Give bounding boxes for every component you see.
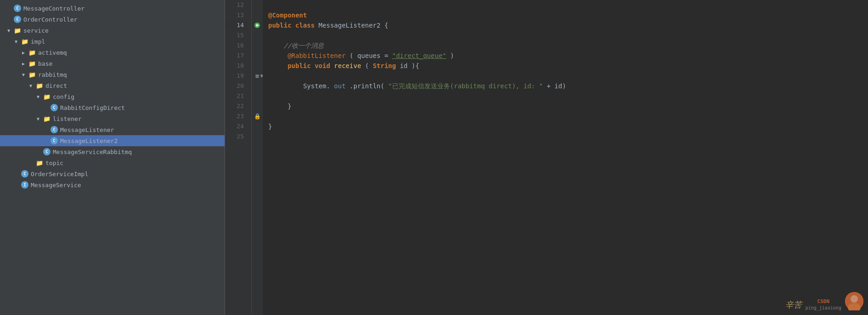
paren-close-18: ){ xyxy=(411,62,419,69)
line-numbers: 12 13 14 15 16 17 18 19 20 21 22 23 24 2… xyxy=(225,0,252,315)
chevron-spacer xyxy=(44,127,51,132)
item-label: MessageController xyxy=(23,5,85,12)
classname-messagelistener2: MessageListener2 xyxy=(319,22,381,29)
tree-item-message-listener[interactable]: C MessageListener xyxy=(0,124,225,135)
tree-item-base[interactable]: ▶ 📁 base xyxy=(0,58,225,69)
folder-icon: 📁 xyxy=(28,49,36,56)
line-num-24: 24 xyxy=(225,121,248,132)
code-line-15 xyxy=(268,30,868,40)
item-label: config xyxy=(53,93,74,100)
kw-class: class xyxy=(295,22,315,29)
dot-println: .println( xyxy=(349,82,384,90)
tree-item-activemq[interactable]: ▶ 📁 activemq xyxy=(0,47,225,58)
class-icon: C xyxy=(14,16,21,23)
item-label: impl xyxy=(31,38,45,45)
folder-icon: 📁 xyxy=(43,115,51,122)
line-num-21: 21 xyxy=(225,91,248,101)
chevron-spacer xyxy=(44,105,51,110)
item-label: topic xyxy=(45,160,63,166)
watermark-avatar xyxy=(845,292,863,310)
tree-item-direct[interactable]: ▼ 📁 direct xyxy=(0,80,225,91)
tree-item-listener[interactable]: ▼ 📁 listener xyxy=(0,113,225,124)
line-num-12: 12 xyxy=(225,0,248,10)
param-id: id xyxy=(400,62,408,69)
gutter-icon-arrow-18[interactable]: ▼ xyxy=(256,71,263,81)
tree-item-topic[interactable]: 📁 topic xyxy=(0,157,225,168)
tree-item-order-service-impl[interactable]: C OrderServiceImpl xyxy=(0,168,225,179)
kw-void: void xyxy=(315,62,330,69)
paren-open: ( xyxy=(349,52,353,59)
folder-icon: 📁 xyxy=(28,60,36,67)
class-icon: C xyxy=(51,137,58,144)
svg-point-3 xyxy=(851,295,858,303)
line-num-19: 19 xyxy=(225,71,248,81)
kw-public-18: public xyxy=(287,62,311,69)
class-icon: C xyxy=(51,126,58,133)
tree-item-service[interactable]: ▼ 📁 service xyxy=(0,25,225,36)
param-queues: queues = xyxy=(357,52,392,59)
item-label: base xyxy=(38,60,52,67)
chevron-spacer xyxy=(7,6,14,11)
chevron-expanded: ▼ xyxy=(15,39,21,44)
code-line-18: public void receive ( String id ){ xyxy=(268,61,868,71)
gutter-icon-run-14[interactable] xyxy=(252,20,263,30)
watermark-chinese: 辛苦 xyxy=(785,299,802,310)
chevron-spacer xyxy=(29,160,36,166)
code-line-19 xyxy=(268,71,868,81)
watermark: 辛苦 CSDN ping_jiaxiong xyxy=(785,292,863,310)
chevron-expanded: ▼ xyxy=(22,72,28,77)
item-label: listener xyxy=(53,115,82,122)
code-line-22: } xyxy=(268,101,868,111)
concat: + id) xyxy=(547,82,566,90)
folder-icon: 📁 xyxy=(28,71,36,78)
line-num-20: 20 xyxy=(225,81,248,91)
tree-item-impl[interactable]: ▼ 📁 impl xyxy=(0,36,225,47)
annotation-rabbitlistener: @RabbitListener xyxy=(287,52,345,59)
line-num-13: 13 xyxy=(225,10,248,20)
tree-item-rabbit-config-direct[interactable]: C RabbitConfigDirect xyxy=(0,102,225,113)
code-line-13: @Component xyxy=(268,10,868,20)
interface-icon: I xyxy=(21,181,28,189)
type-string: String xyxy=(373,62,396,69)
watermark-logo: CSDN xyxy=(817,298,830,304)
brace-close-class: } xyxy=(268,123,272,130)
class-icon: C xyxy=(14,5,21,12)
code-content[interactable]: @Component public class MessageListener2… xyxy=(263,0,868,315)
code-line-25 xyxy=(268,132,868,142)
line-num-16: 16 xyxy=(225,40,248,51)
tree-item-message-listener2[interactable]: C MessageListener2 xyxy=(0,135,225,146)
tree-item-order-controller[interactable]: C OrderController xyxy=(0,14,225,25)
chevron-spacer xyxy=(37,149,43,155)
tree-item-message-controller[interactable]: C MessageController xyxy=(0,3,225,14)
line-num-22: 22 xyxy=(225,101,248,111)
line-num-25: 25 xyxy=(225,132,248,142)
chevron-expanded: ▼ xyxy=(37,94,43,99)
chevron-collapsed: ▶ xyxy=(22,61,28,66)
code-line-16: //收一个消息 xyxy=(268,40,868,51)
indent xyxy=(268,52,284,59)
system: System. xyxy=(303,82,330,90)
tree-item-message-service-rabbitmq[interactable]: C MessageServiceRabbitmq xyxy=(0,146,225,157)
chevron-expanded: ▼ xyxy=(29,83,36,88)
class-icon: C xyxy=(43,148,51,155)
code-line-21 xyxy=(268,91,868,101)
line-num-17: 17 xyxy=(225,51,248,61)
gutter-icon-lock-22[interactable]: 🔒 xyxy=(252,111,263,121)
item-label: MessageListener2 xyxy=(60,137,118,144)
folder-icon: 📁 xyxy=(14,27,21,34)
tree-item-config[interactable]: ▼ 📁 config xyxy=(0,91,225,102)
tree-item-message-service[interactable]: I MessageService xyxy=(0,179,225,190)
file-tree: C MessageController C OrderController ▼ … xyxy=(0,0,225,315)
item-label: OrderController xyxy=(23,16,77,23)
chevron-spacer xyxy=(15,183,21,188)
item-label: RabbitConfigDirect xyxy=(60,104,125,111)
paren-open-18: ( xyxy=(365,62,369,69)
tree-item-rabbitmq[interactable]: ▼ 📁 rabbitmq xyxy=(0,69,225,80)
folder-icon: 📁 xyxy=(43,93,51,100)
line-num-23: 23 xyxy=(225,111,248,121)
line-num-15: 15 xyxy=(225,30,248,40)
comment-16: //收一个消息 xyxy=(268,42,324,49)
code-line-14: public class MessageListener2 { xyxy=(268,20,868,30)
folder-icon: 📁 xyxy=(36,159,43,166)
line-num-14: 14 xyxy=(225,20,248,30)
